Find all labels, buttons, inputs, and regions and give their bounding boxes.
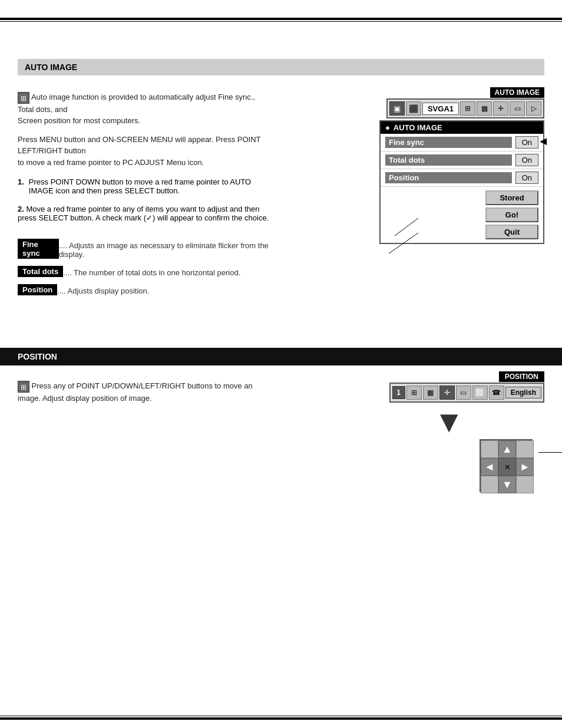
auto-image-para1: ⊞ Auto image function is provided to aut… — [18, 91, 271, 127]
position-section-label: POSITION — [18, 352, 57, 361]
position-right-panel: POSITION 1 ⊞ ▦ ✛ ▭ ⬜ ☎ English ▼ ▲ ◄ ✕ ►… — [389, 371, 544, 492]
total-dots-menu-label: Total dots — [385, 154, 512, 166]
screen-icon[interactable]: ▭ — [510, 101, 525, 116]
position-left-col: ⊞ Press any of POINT UP/DOWN/LEFT/RIGHT … — [18, 374, 271, 410]
position-pc-icon: ⊞ — [18, 381, 29, 393]
input-icon[interactable]: ⬛ — [406, 101, 421, 116]
section-header-position: POSITION — [0, 348, 562, 365]
step1-number: 1. — [18, 177, 24, 186]
quit-button[interactable]: Quit — [485, 225, 538, 239]
position-top-label: POSITION — [499, 371, 544, 382]
auto-image-right-panel: AUTO IMAGE ▣ ⬛ SVGA1 ⊞ ▦ ✛ ▭ ▷ ● AUTO IM… — [379, 87, 544, 244]
auto-image-description: ⊞ Auto image function is provided to aut… — [18, 91, 271, 168]
black-labels-area: Fine sync .... Adjusts an image as neces… — [18, 239, 271, 298]
autoimage-top-label: AUTO IMAGE — [490, 87, 544, 98]
position-label-row: Position .... Adjusts display position. — [18, 284, 271, 298]
nav-corner-tl — [481, 440, 498, 458]
fine-sync-row: Fine sync On — [381, 134, 543, 151]
pc-adjust-icon: ⊞ — [18, 92, 29, 104]
fine-sync-label-row: Fine sync .... Adjusts an image as neces… — [18, 239, 271, 261]
fine-sync-value: On — [515, 136, 538, 149]
position-value: On — [515, 172, 538, 184]
position-dots: .... Adjusts display position. — [57, 286, 149, 295]
nav-corner-tr — [516, 440, 534, 458]
nav-corner-br — [516, 476, 534, 493]
move2-icon[interactable]: ✛ — [439, 386, 455, 400]
grid3-icon[interactable]: ⊞ — [460, 101, 475, 116]
english-button[interactable]: English — [505, 387, 541, 398]
auto-image-step2-area: 2. Move a red frame pointer to any of it… — [18, 205, 271, 222]
auto-image-para2: Press MENU button and ON-SCREEN MENU wil… — [18, 134, 271, 169]
monitor-icon[interactable]: ▣ — [389, 101, 405, 116]
stored-button[interactable]: Stored — [485, 190, 538, 205]
top-border-inner — [0, 21, 562, 22]
nav-right-arrow[interactable]: ► — [516, 458, 534, 476]
nav-cross-container: ▲ ◄ ✕ ► ▼ adjust position — [480, 439, 533, 492]
remote-icon[interactable]: ☎ — [489, 386, 504, 400]
position-para1: ⊞ Press any of POINT UP/DOWN/LEFT/RIGHT … — [18, 380, 271, 404]
auto-image-step1: 1. Press POINT DOWN button to move a red… — [18, 177, 271, 195]
total-dots-dots: .... The number of total dots in one hor… — [63, 268, 240, 277]
go-button[interactable]: Go! — [485, 207, 538, 222]
nav-down-arrow[interactable]: ▼ — [498, 476, 516, 493]
screen3-icon[interactable]: ⬜ — [472, 386, 488, 400]
bars-icon[interactable]: ▦ — [477, 101, 492, 116]
step2-number: 2. — [18, 205, 24, 213]
top-border-outer — [0, 18, 562, 20]
position-adjust-label: adjust position — [538, 445, 562, 453]
section-header-auto-image: AUTO IMAGE — [18, 59, 544, 75]
screen2-icon[interactable]: ▭ — [456, 386, 471, 400]
auto-image-left-col: ⊞ Auto image function is provided to aut… — [18, 91, 271, 302]
arrow-right-icon[interactable]: ▷ — [526, 101, 541, 116]
bottom-border — [0, 716, 562, 716]
total-dots-row: Total dots On — [381, 151, 543, 169]
position-toolbar: 1 ⊞ ▦ ✛ ▭ ⬜ ☎ English — [389, 383, 544, 403]
grid-icon[interactable]: ⊞ — [406, 386, 422, 400]
nav-left-arrow[interactable]: ◄ — [481, 458, 498, 476]
position-row: Position On — [381, 169, 543, 187]
source-label: SVGA1 — [422, 103, 459, 115]
channel-number: 1 — [392, 386, 405, 399]
arrow-annotation: ◄ — [537, 134, 549, 148]
menu-title-text: AUTO IMAGE — [394, 123, 442, 132]
auto-image-toolbar: ▣ ⬛ SVGA1 ⊞ ▦ ✛ ▭ ▷ — [386, 98, 544, 118]
total-dots-label-row: Total dots .... The number of total dots… — [18, 266, 271, 279]
nav-corner-bl — [481, 476, 498, 493]
fine-sync-menu-label: Fine sync — [385, 137, 512, 148]
auto-image-step2-text: 2. Move a red frame pointer to any of it… — [18, 205, 271, 222]
nav-up-arrow[interactable]: ▲ — [498, 440, 516, 458]
menu-buttons-area: Stored Go! Quit — [381, 187, 543, 243]
fine-sync-dots: .... Adjusts an image as necessary to el… — [59, 241, 271, 259]
bars2-icon[interactable]: ▦ — [423, 386, 438, 400]
section-header-label: AUTO IMAGE — [25, 62, 77, 72]
total-dots-black-label: Total dots — [18, 266, 63, 277]
step1-text: Press POINT DOWN button to move a red fr… — [29, 177, 271, 195]
move-icon[interactable]: ✛ — [493, 101, 508, 116]
auto-image-menu-box: ● AUTO IMAGE Fine sync On Total dots On … — [379, 120, 544, 244]
auto-image-menu-title: ● AUTO IMAGE — [381, 121, 543, 134]
bottom-border2 — [0, 717, 562, 720]
position-menu-label: Position — [385, 172, 512, 183]
fine-sync-black-label: Fine sync — [18, 239, 59, 259]
total-dots-value: On — [515, 154, 538, 166]
position-description: ⊞ Press any of POINT UP/DOWN/LEFT/RIGHT … — [18, 380, 271, 404]
nav-cross: ▲ ◄ ✕ ► ▼ — [480, 439, 533, 492]
bullet-icon: ● — [385, 123, 390, 132]
nav-center: ✕ — [498, 458, 516, 476]
down-arrow-icon: ▼ — [434, 406, 464, 437]
position-black-label: Position — [18, 284, 57, 295]
